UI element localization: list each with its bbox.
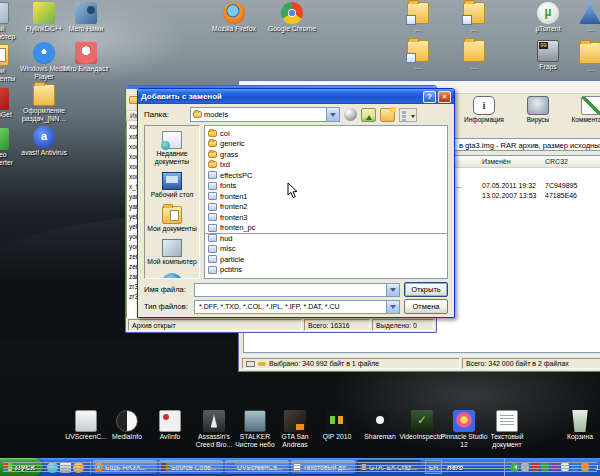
desktop-icon-label: Video Converter (0, 151, 22, 166)
back-button[interactable] (344, 108, 357, 121)
desktop-icon[interactable]: FlylinkDC++ (20, 2, 68, 33)
desktop-icon-image (33, 126, 55, 148)
dropdown-arrow-icon[interactable] (386, 301, 399, 313)
desktop-icon[interactable]: avast! Antivirus (20, 126, 68, 157)
desktop-icon-image (223, 2, 245, 24)
toolbar-icon (527, 96, 549, 115)
file-item[interactable]: effectsPC (205, 170, 447, 181)
file-item[interactable]: fronten1 (205, 191, 447, 202)
desktop-icon-image (453, 410, 475, 432)
filetype-dropdown[interactable]: *.DFF, *.TXD, *.COL, *.IPL, *.IFP, *.DAT… (194, 300, 400, 314)
file-modified: 07.05.2011 19:32 (482, 182, 536, 189)
desktop-icon[interactable]: Мего Нами (62, 2, 110, 33)
file-item[interactable]: fronten3 (205, 212, 447, 223)
file-item[interactable]: fronten2 (205, 202, 447, 213)
file-item-icon (208, 266, 217, 274)
file-item[interactable]: fronten_pc (205, 223, 447, 234)
desktop-icon-label: … (471, 25, 478, 33)
desktop-icon[interactable]: … (566, 2, 600, 33)
winrar-toolbar-button[interactable]: Комментарий (569, 96, 600, 136)
file-item[interactable]: pcbtns (205, 265, 447, 276)
taskbar-tasks: ЕЩЕ НАЗА... Source Code... UVScreenCa...… (93, 460, 421, 474)
file-item-name: hud (220, 234, 233, 243)
desktop-icon[interactable]: FlashGet (0, 88, 22, 119)
file-item[interactable]: fonts (205, 181, 447, 192)
winrar-status-bar: Выбрано: 340 992 байт в 1 файле Всего: 3… (239, 355, 600, 371)
tray-expand-icon[interactable] (510, 463, 519, 472)
places-bar-item[interactable]: Мой компьютер (145, 239, 199, 266)
desktop-icon[interactable]: … (566, 42, 600, 73)
desktop-icon[interactable]: Miro Бландаст (62, 42, 110, 73)
new-folder-button[interactable] (380, 108, 395, 122)
column-modified[interactable]: Изменён (482, 158, 511, 165)
file-list-items: col generic grass (205, 128, 447, 275)
place-label: Мой компьютер (147, 258, 196, 266)
close-button[interactable]: × (438, 91, 451, 103)
folder-dropdown[interactable]: models (190, 107, 340, 122)
desktop-icon[interactable]: Mozilla Firefox (210, 2, 258, 33)
file-item[interactable]: particle (205, 254, 447, 265)
column-crc32[interactable]: CRC32 (545, 158, 568, 165)
help-button[interactable]: ? (423, 91, 436, 103)
desktop-icon-label: Pinnacle Studio 12 (440, 433, 488, 448)
file-item[interactable]: misc (205, 244, 447, 255)
file-item[interactable]: grass (205, 149, 447, 160)
desktop-icon[interactable]: … (394, 2, 442, 33)
desktop-icon[interactable]: AviInfo (146, 410, 194, 441)
dialog-titlebar[interactable]: Добавить с заменой ? × (138, 89, 454, 104)
places-bar-item[interactable]: Сетевое (145, 273, 199, 280)
desktop-icon[interactable]: QIP 2010 (313, 410, 361, 441)
file-name-tail: ... (456, 182, 462, 189)
desktop-icon[interactable]: Корзина (556, 410, 600, 441)
dropdown-arrow-icon[interactable] (326, 108, 339, 121)
file-item[interactable]: col (205, 128, 447, 139)
file-item-name: col (220, 129, 230, 138)
file-item-icon (208, 151, 217, 158)
desktop-icon[interactable]: Shareman (356, 410, 404, 441)
taskbar-task-button[interactable]: Текстовый до... (291, 460, 355, 474)
desktop-icon[interactable]: Оформление раздач_[NN… (20, 84, 68, 122)
places-bar-item[interactable]: Недавние документы (145, 131, 199, 165)
desktop-icon-label: … (587, 65, 594, 73)
desktop-icon[interactable]: … (450, 40, 498, 71)
toolbar-label: Информация (464, 116, 504, 123)
desktop-icon[interactable]: µTorrent (524, 2, 572, 33)
desktop-icon[interactable]: Windows Media Player (20, 42, 68, 80)
desktop-icon-image (0, 2, 9, 24)
places-bar-item[interactable]: Рабочий стол (145, 172, 199, 199)
dropdown-arrow-icon[interactable] (386, 284, 399, 296)
desktop-icon[interactable]: Мой компьютер (0, 2, 22, 40)
toolbar-icon (581, 96, 600, 115)
desktop-icon[interactable]: GTA San Andreas (271, 410, 319, 448)
winrar-toolbar-button[interactable]: Вирусы (515, 96, 561, 136)
file-item[interactable]: generic (205, 139, 447, 150)
file-item-name: fronten2 (220, 202, 248, 211)
desktop-icon[interactable]: … (450, 2, 498, 33)
file-item[interactable]: hud (205, 233, 447, 244)
file-crc32: 7C949895 (545, 182, 577, 189)
desktop-icon[interactable]: Текстовый документ (483, 410, 531, 448)
desktop-icon[interactable]: Pinnacle Studio 12 (440, 410, 488, 448)
toolbar-label: Комментарий (572, 116, 600, 123)
file-item-name: pcbtns (220, 265, 242, 274)
winrar-toolbar-button[interactable]: Информация (461, 96, 507, 136)
open-button[interactable]: Открыть (404, 282, 448, 297)
desktop-icon[interactable]: VideoInspector (398, 410, 446, 441)
views-menu-button[interactable] (399, 108, 417, 122)
desktop-icon[interactable]: Fraps (524, 40, 572, 71)
desktop-icon[interactable]: Мои документы (0, 44, 22, 82)
desktop-icon[interactable]: Google Chrome (268, 2, 316, 33)
desktop-icon[interactable]: … (394, 40, 442, 71)
filetype-value: *.DFF, *.TXD, *.COL, *.IPL, *.IFP, *.DAT… (199, 303, 340, 310)
file-item-icon (208, 161, 217, 168)
place-icon (162, 273, 182, 280)
file-item-name: effectsPC (220, 171, 252, 180)
desktop-icon[interactable]: Video Converter (0, 128, 22, 166)
desktop-icon[interactable]: MediaInfo (103, 410, 151, 441)
file-item[interactable]: txd (205, 160, 447, 171)
desktop: Мой компьютер Мои документы FlashGet Vid… (0, 0, 600, 476)
up-one-level-button[interactable] (361, 108, 376, 122)
cancel-button[interactable]: Отмена (404, 299, 448, 314)
places-bar-item[interactable]: Мои документы (145, 206, 199, 233)
filename-input[interactable] (194, 283, 400, 297)
